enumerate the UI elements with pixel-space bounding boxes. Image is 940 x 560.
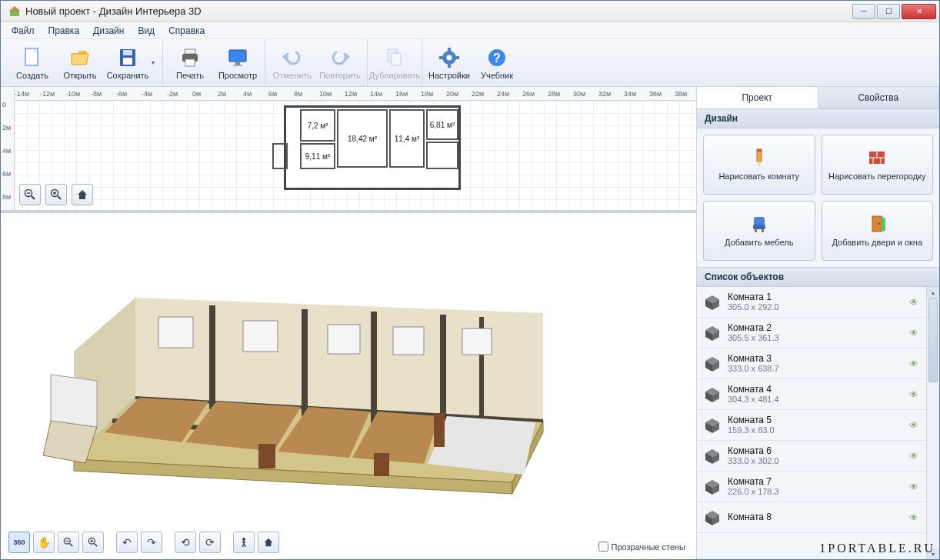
svg-rect-11 xyxy=(235,62,240,65)
maximize-button[interactable]: ☐ xyxy=(877,4,900,19)
svg-rect-76 xyxy=(753,225,765,229)
panel-tabs: Проект Свойства xyxy=(697,87,939,108)
object-item[interactable]: Комната 5159.3 x 83.0👁 xyxy=(697,410,926,441)
rotate-left-button[interactable]: ↶ xyxy=(116,532,138,553)
360-button[interactable]: 360 xyxy=(8,532,30,553)
add-doors-button[interactable]: Добавить двери и окна xyxy=(822,201,934,261)
zoom-in-2d-button[interactable] xyxy=(45,184,67,205)
svg-rect-77 xyxy=(755,229,757,232)
preview-button[interactable]: Просмотр xyxy=(214,42,262,85)
menu-help[interactable]: Справка xyxy=(162,24,211,38)
visibility-icon[interactable]: 👁 xyxy=(909,297,920,308)
svg-point-81 xyxy=(878,223,880,225)
draw-partition-button[interactable]: Нарисовать перегородку xyxy=(822,135,934,195)
printer-icon xyxy=(178,46,202,69)
tab-project[interactable]: Проект xyxy=(697,87,818,108)
design-section-header: Дизайн xyxy=(697,108,939,128)
visibility-icon[interactable]: 👁 xyxy=(909,358,920,369)
visibility-icon[interactable]: 👁 xyxy=(909,389,920,400)
object-item[interactable]: Комната 3333.0 x 638.7👁 xyxy=(697,348,926,379)
visibility-icon[interactable]: 👁 xyxy=(909,482,920,492)
rotate-right-button[interactable]: ↷ xyxy=(141,532,162,553)
vertical-ruler: 0 2м 4м 6м 8м xyxy=(1,87,15,210)
object-list: Комната 1305.0 x 292.0👁Комната 2305.5 x … xyxy=(697,287,939,559)
object-list-scrollbar[interactable]: ▴ ▾ xyxy=(926,287,939,559)
object-item[interactable]: Комната 2305.5 x 361.3👁 xyxy=(697,318,926,348)
svg-rect-79 xyxy=(872,216,882,232)
svg-rect-48 xyxy=(158,317,193,348)
svg-marker-57 xyxy=(51,375,97,427)
pan-button[interactable]: ✋ xyxy=(33,532,55,553)
svg-rect-7 xyxy=(185,49,195,54)
duplicate-button[interactable]: Дублировать xyxy=(371,42,418,85)
watermark: 1PORTABLE.RU xyxy=(819,542,935,555)
view-3d[interactable]: 360 ✋ ↶ ↷ ⟲ ⟳ Прозрачные стены xyxy=(1,213,696,559)
copy-icon xyxy=(383,46,406,69)
walk-button[interactable] xyxy=(233,532,255,553)
undo-button[interactable]: Отменить xyxy=(268,42,316,85)
svg-rect-18 xyxy=(448,64,451,68)
transparent-walls-input[interactable] xyxy=(598,542,608,552)
open-button[interactable]: Открыть xyxy=(56,42,104,85)
new-button[interactable]: Создать xyxy=(8,42,56,85)
right-panel: Проект Свойства Дизайн Нарисовать комнат… xyxy=(697,87,939,559)
view-2d: 0 2м 4м 6м 8м -14м-12м-10м-8м-6м-4м-2м0м… xyxy=(1,87,696,213)
chair-icon xyxy=(748,213,770,235)
save-button[interactable]: Сохранить xyxy=(104,42,152,85)
menu-design[interactable]: Дизайн xyxy=(87,24,130,38)
cube-icon xyxy=(703,416,722,435)
page-icon xyxy=(21,46,44,69)
canvas-2d[interactable]: 7,2 м² 18,42 м² 11,4 м² 6,81 м² 9,11 м² xyxy=(15,101,696,210)
svg-marker-66 xyxy=(265,538,273,547)
zoom-in-3d-button[interactable] xyxy=(82,532,104,553)
add-furniture-button[interactable]: Добавить мебель xyxy=(703,201,815,261)
zoom-out-2d-button[interactable] xyxy=(19,184,41,205)
cube-icon xyxy=(703,324,722,342)
scroll-up-button[interactable]: ▴ xyxy=(927,287,939,298)
menubar: Файл Правка Дизайн Вид Справка xyxy=(1,22,939,39)
toolbar-3d: 360 ✋ ↶ ↷ ⟲ ⟳ xyxy=(8,532,279,553)
svg-rect-19 xyxy=(439,56,443,59)
zoom-out-3d-button[interactable] xyxy=(58,532,79,553)
tilt-up-button[interactable]: ⟲ xyxy=(175,532,196,553)
visibility-icon[interactable]: 👁 xyxy=(909,451,920,462)
home-3d-button[interactable] xyxy=(258,532,279,553)
close-button[interactable]: ✕ xyxy=(902,4,936,19)
object-item[interactable]: Комната 4304.3 x 481.4👁 xyxy=(697,379,926,410)
svg-rect-0 xyxy=(10,11,19,16)
tutorial-button[interactable]: ? Учебник xyxy=(473,42,521,85)
print-button[interactable]: Печать xyxy=(166,42,214,85)
svg-rect-17 xyxy=(448,48,451,52)
svg-rect-49 xyxy=(243,321,278,352)
visibility-icon[interactable]: 👁 xyxy=(909,512,920,523)
tab-properties[interactable]: Свойства xyxy=(818,87,940,108)
menu-edit[interactable]: Правка xyxy=(42,24,86,38)
objects-section-header: Список объектов xyxy=(697,267,939,287)
redo-button[interactable]: Повторить xyxy=(316,42,364,85)
main-toolbar: Создать Открыть Сохранить ▾ Печать П xyxy=(1,39,939,87)
cube-icon xyxy=(703,447,722,465)
minimize-button[interactable]: ─ xyxy=(852,4,875,19)
settings-button[interactable]: Настройки xyxy=(425,42,473,85)
svg-rect-55 xyxy=(434,413,445,447)
draw-room-button[interactable]: Нарисовать комнату xyxy=(703,135,815,195)
object-item[interactable]: Комната 7226.0 x 178.3👁 xyxy=(697,472,926,502)
svg-rect-78 xyxy=(762,229,764,232)
object-item[interactable]: Комната 1305.0 x 292.0👁 xyxy=(697,287,926,318)
folder-icon xyxy=(68,46,92,69)
menu-view[interactable]: Вид xyxy=(132,24,161,38)
room-area xyxy=(426,142,458,169)
scroll-thumb[interactable] xyxy=(928,298,938,382)
object-item[interactable]: Комната 8👁 xyxy=(697,502,926,533)
transparent-walls-checkbox[interactable]: Прозрачные стены xyxy=(598,542,685,552)
tilt-down-button[interactable]: ⟳ xyxy=(199,532,221,553)
visibility-icon[interactable]: 👁 xyxy=(909,420,920,431)
svg-marker-30 xyxy=(78,190,87,199)
cube-icon xyxy=(703,293,722,312)
object-item[interactable]: Комната 6333.0 x 302.0👁 xyxy=(697,441,926,472)
visibility-icon[interactable]: 👁 xyxy=(909,328,920,338)
save-dropdown[interactable]: ▾ xyxy=(152,59,159,66)
home-2d-button[interactable] xyxy=(72,184,93,205)
door-icon xyxy=(866,213,888,235)
menu-file[interactable]: Файл xyxy=(5,24,41,38)
